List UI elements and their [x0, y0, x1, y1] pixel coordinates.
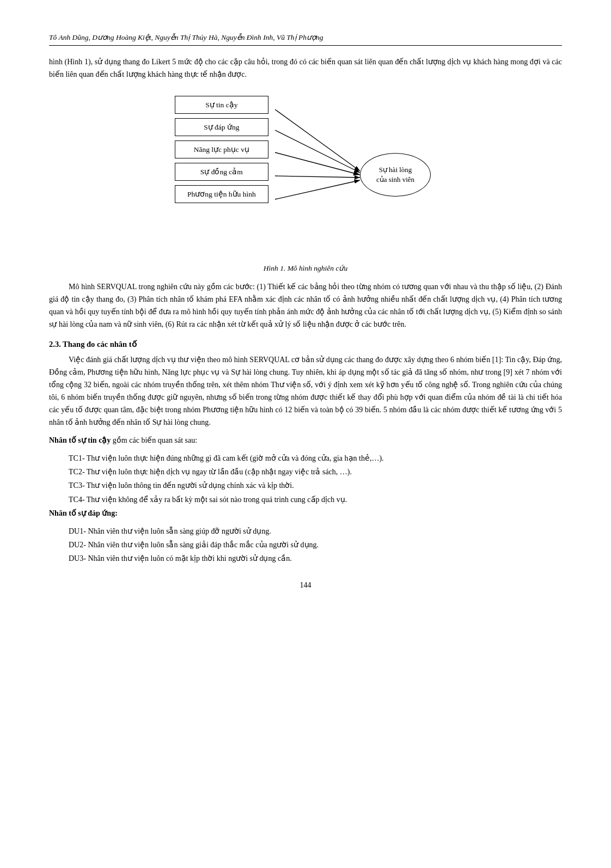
- factor-box-1: Sự tin cậy: [175, 96, 268, 114]
- left-boxes: Sự tin cậy Sự đáp ứng Năng lực phục vụ S…: [175, 96, 268, 203]
- paragraph2: Mô hình SERVQUAL trong nghiên cứu này gồ…: [49, 280, 562, 331]
- figure-caption: Hình 1. Mô hình nghiên cứu: [49, 264, 562, 273]
- page-header: Tô Anh Dũng, Dương Hoàng Kiệt, Nguyễn Th…: [49, 33, 562, 46]
- nhan-to-tin-cay-title: Nhân tố sự tin cậy: [49, 436, 111, 444]
- factor-box-3: Năng lực phục vụ: [175, 140, 268, 158]
- diagram: Sự tin cậy Sự đáp ứng Năng lực phục vụ S…: [169, 90, 442, 259]
- factor-box-5: Phương tiện hữu hình: [175, 185, 268, 203]
- svg-line-1: [275, 109, 360, 171]
- right-ellipse: Sự hài lòng của sinh viên: [360, 153, 431, 197]
- page-number: 144: [49, 581, 562, 590]
- nhan-to-tin-cay-heading: Nhân tố sự tin cậy gồm các biến quan sát…: [49, 434, 562, 447]
- section-title-23: 2.3. Thang đo các nhân tố: [49, 340, 562, 349]
- header-text: Tô Anh Dũng, Dương Hoàng Kiệt, Nguyễn Th…: [49, 33, 323, 41]
- svg-line-5: [275, 180, 360, 199]
- intro-paragraph: hình (Hình 1), sử dụng thang đo Likert 5…: [49, 56, 562, 81]
- du-item-1: DU1- Nhân viên thư viện luôn sẵn sàng gi…: [69, 525, 562, 537]
- nhan-to-dap-ung-heading: Nhân tố sự đáp ứng:: [49, 507, 562, 519]
- tc-item-1: TC1- Thư viện luôn thực hiện đúng những …: [69, 452, 562, 464]
- tc-item-3: TC3- Thư viện luôn thông tin đến người s…: [69, 479, 562, 492]
- nhan-to-dap-ung-title: Nhân tố sự đáp ứng:: [49, 509, 118, 517]
- svg-line-2: [275, 130, 360, 173]
- factor-box-2: Sự đáp ứng: [175, 118, 268, 136]
- tc-item-2: TC2- Thư viện luôn thực hiện dịch vụ nga…: [69, 466, 562, 478]
- du-item-3: DU3- Nhân viên thư viện luôn có mặt kịp …: [69, 552, 562, 565]
- svg-line-4: [275, 176, 360, 178]
- du-item-2: DU2- Nhân viên thư viện luôn sẵn sàng gi…: [69, 539, 562, 551]
- diagram-container: Sự tin cậy Sự đáp ứng Năng lực phục vụ S…: [49, 90, 562, 259]
- paragraph3: Việc đánh giá chất lượng dịch vụ thư việ…: [49, 353, 562, 429]
- tc-item-4: TC4- Thư viện không để xảy ra bất kỳ một…: [69, 493, 562, 506]
- nhan-to-tin-cay-intro: gồm các biến quan sát sau:: [111, 436, 197, 444]
- svg-line-3: [275, 152, 360, 175]
- factor-box-4: Sự đồng cảm: [175, 163, 268, 181]
